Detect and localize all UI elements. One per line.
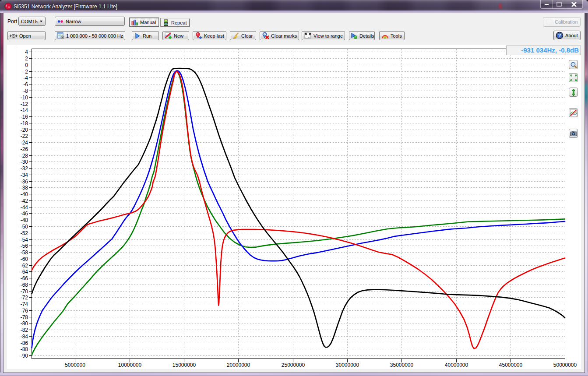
svg-text:15000000: 15000000 [173,362,196,368]
svg-text:0: 0 [25,62,28,68]
svg-text:-60: -60 [21,256,28,262]
svg-text:-52: -52 [21,230,28,236]
svg-text:-28: -28 [21,153,28,159]
svg-text:?: ? [264,32,266,35]
svg-text:40000000: 40000000 [445,362,468,368]
svg-text:-4: -4 [23,75,28,81]
svg-text:-58: -58 [21,249,28,256]
svg-text:-10: -10 [21,95,28,101]
svg-text:-14: -14 [21,107,28,113]
svg-text:-82: -82 [21,327,28,333]
svg-text:-18: -18 [21,120,28,127]
svg-text:-66: -66 [21,275,28,281]
svg-text:-36: -36 [21,179,28,185]
svg-text:2: 2 [25,56,28,62]
svg-text:-90: -90 [21,353,28,359]
svg-text:-46: -46 [21,211,28,217]
svg-text:-48: -48 [21,217,28,223]
svg-text:-12: -12 [21,101,28,107]
svg-text:-8: -8 [23,88,28,94]
svg-text:-40: -40 [21,191,28,197]
svg-text:-24: -24 [21,140,28,146]
svg-text:-70: -70 [21,288,28,295]
svg-text:-26: -26 [21,146,28,152]
svg-text:-30: -30 [21,159,28,165]
svg-text:?: ? [558,33,561,38]
svg-text:-38: -38 [21,185,28,191]
svg-text:25000000: 25000000 [282,362,305,368]
svg-text:-88: -88 [21,346,28,352]
svg-text:-6: -6 [23,81,28,88]
svg-text:-54: -54 [21,237,28,243]
svg-text:-64: -64 [21,269,28,275]
svg-text:-16: -16 [21,114,28,120]
svg-text:-80: -80 [21,320,28,327]
svg-text:-2: -2 [23,69,28,75]
svg-text:-74: -74 [21,301,28,307]
svg-text:-22: -22 [21,133,28,139]
svg-text:-76: -76 [21,308,28,314]
svg-text:30000000: 30000000 [336,362,359,368]
svg-text:50000000: 50000000 [553,362,577,368]
svg-text:10000000: 10000000 [118,362,142,368]
svg-text:-50: -50 [21,224,28,230]
svg-text:35000000: 35000000 [390,362,414,368]
svg-text:45000000: 45000000 [499,362,523,368]
svg-text:-20: -20 [21,127,28,133]
svg-text:-34: -34 [21,172,28,178]
svg-text:-68: -68 [21,282,28,288]
svg-text:-42: -42 [21,198,28,204]
svg-text:4: 4 [25,49,28,55]
svg-text:5000000: 5000000 [65,362,85,368]
svg-text:20000000: 20000000 [227,362,250,368]
svg-text:-84: -84 [21,334,28,340]
svg-text:-32: -32 [21,165,28,172]
svg-text:-72: -72 [21,295,28,301]
svg-text:-62: -62 [21,263,28,269]
svg-text:-86: -86 [21,340,28,346]
svg-text:-44: -44 [21,204,28,211]
svg-text:-56: -56 [21,243,28,249]
svg-text:-78: -78 [21,314,28,320]
